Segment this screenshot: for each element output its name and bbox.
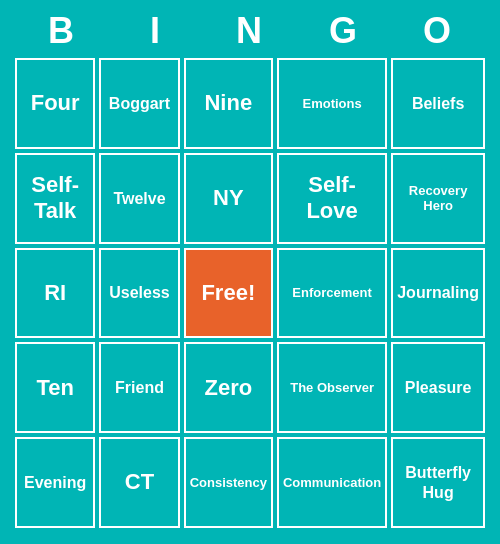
- bingo-cell-3-0: Ten: [15, 342, 95, 433]
- bingo-cell-2-3: Enforcement: [277, 248, 387, 339]
- bingo-cell-2-1: Useless: [99, 248, 179, 339]
- header-letter: G: [297, 10, 391, 52]
- bingo-cell-3-4: Pleasure: [391, 342, 485, 433]
- bingo-grid: FourBoggartNineEmotionsBeliefsSelf-TalkT…: [15, 58, 485, 528]
- bingo-cell-4-1: CT: [99, 437, 179, 528]
- header-letter: B: [15, 10, 109, 52]
- bingo-cell-3-2: Zero: [184, 342, 273, 433]
- bingo-cell-1-2: NY: [184, 153, 273, 244]
- bingo-cell-0-0: Four: [15, 58, 95, 149]
- bingo-cell-2-2: Free!: [184, 248, 273, 339]
- header-letter: N: [203, 10, 297, 52]
- bingo-cell-3-1: Friend: [99, 342, 179, 433]
- bingo-cell-1-4: Recovery Hero: [391, 153, 485, 244]
- bingo-cell-0-3: Emotions: [277, 58, 387, 149]
- bingo-cell-2-4: Journaling: [391, 248, 485, 339]
- bingo-cell-4-3: Communication: [277, 437, 387, 528]
- bingo-cell-0-4: Beliefs: [391, 58, 485, 149]
- header-letter: I: [109, 10, 203, 52]
- bingo-header: BINGO: [15, 10, 485, 52]
- bingo-cell-4-4: Butterfly Hug: [391, 437, 485, 528]
- bingo-cell-3-3: The Observer: [277, 342, 387, 433]
- bingo-cell-4-0: Evening: [15, 437, 95, 528]
- bingo-cell-1-1: Twelve: [99, 153, 179, 244]
- bingo-cell-0-2: Nine: [184, 58, 273, 149]
- header-letter: O: [391, 10, 485, 52]
- bingo-cell-1-0: Self-Talk: [15, 153, 95, 244]
- bingo-cell-1-3: Self-Love: [277, 153, 387, 244]
- bingo-cell-0-1: Boggart: [99, 58, 179, 149]
- bingo-cell-4-2: Consistency: [184, 437, 273, 528]
- bingo-cell-2-0: RI: [15, 248, 95, 339]
